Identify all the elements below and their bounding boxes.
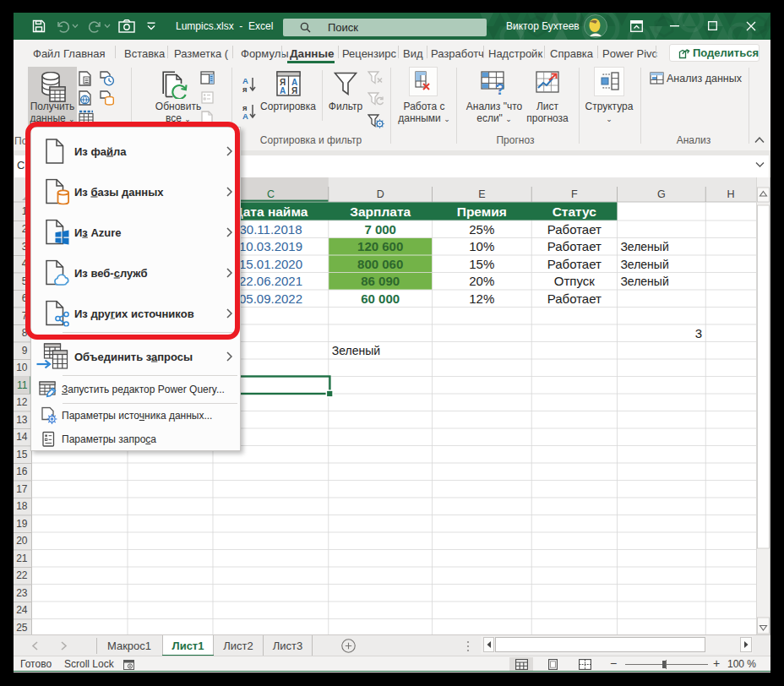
svg-text:Работает: Работает bbox=[547, 291, 602, 306]
svg-text:86 090: 86 090 bbox=[361, 274, 400, 288]
svg-text:А: А bbox=[242, 112, 248, 120]
svg-text:3: 3 bbox=[695, 326, 702, 340]
svg-text:?: ? bbox=[495, 80, 505, 96]
svg-text:22.06.2021: 22.06.2021 bbox=[239, 274, 302, 288]
svg-text:Зеленый: Зеленый bbox=[332, 344, 380, 357]
svg-text:Зеленый: Зеленый bbox=[620, 240, 668, 253]
svg-text:Работает: Работает bbox=[547, 239, 602, 253]
svg-text:12: 12 bbox=[16, 396, 28, 408]
svg-text:H: H bbox=[727, 188, 735, 200]
svg-text:Дата найма: Дата найма bbox=[234, 204, 308, 219]
svg-text:Статус: Статус bbox=[553, 204, 597, 219]
svg-text:9: 9 bbox=[22, 345, 28, 357]
svg-text:12%: 12% bbox=[469, 291, 494, 306]
svg-text:13: 13 bbox=[16, 414, 28, 426]
svg-text:А: А bbox=[280, 86, 286, 95]
svg-text:Я: Я bbox=[280, 78, 286, 87]
svg-text:Премия: Премия bbox=[457, 204, 507, 219]
svg-text:Отпуск: Отпуск bbox=[554, 274, 595, 288]
svg-text:16: 16 bbox=[16, 466, 28, 477]
svg-text:25%: 25% bbox=[469, 222, 494, 237]
svg-text:11: 11 bbox=[17, 379, 28, 391]
svg-text:18: 18 bbox=[16, 500, 28, 512]
svg-text:800 060: 800 060 bbox=[357, 257, 403, 271]
svg-text:21: 21 bbox=[16, 553, 28, 564]
svg-text:14: 14 bbox=[16, 431, 28, 443]
svg-text:60 000: 60 000 bbox=[361, 291, 400, 306]
svg-text:Работает: Работает bbox=[547, 222, 602, 237]
svg-text:7 000: 7 000 bbox=[364, 222, 396, 237]
svg-text:Зеленый: Зеленый bbox=[620, 258, 668, 271]
svg-text:20%: 20% bbox=[469, 274, 494, 288]
svg-text:я: я bbox=[242, 84, 248, 93]
svg-text:20: 20 bbox=[16, 535, 28, 547]
svg-text:Зарплата: Зарплата bbox=[350, 204, 411, 219]
svg-text:D: D bbox=[377, 188, 384, 200]
svg-text:23: 23 bbox=[16, 587, 28, 599]
svg-text:15%: 15% bbox=[469, 257, 494, 271]
svg-text:10%: 10% bbox=[469, 239, 494, 253]
svg-text:24: 24 bbox=[16, 604, 28, 616]
svg-text:А: А bbox=[291, 78, 297, 87]
svg-text:C: C bbox=[267, 188, 275, 200]
svg-text:G: G bbox=[657, 188, 666, 200]
svg-text:15.01.2020: 15.01.2020 bbox=[239, 257, 302, 271]
svg-text:17: 17 bbox=[16, 483, 28, 495]
svg-text:Я: Я bbox=[291, 86, 297, 95]
svg-text:10.03.2019: 10.03.2019 bbox=[239, 239, 302, 253]
svg-text:Зеленый: Зеленый bbox=[620, 275, 668, 288]
svg-text:15: 15 bbox=[16, 449, 28, 460]
svg-text:25: 25 bbox=[16, 622, 28, 634]
svg-text:E: E bbox=[478, 188, 485, 200]
svg-text:22: 22 bbox=[16, 569, 28, 581]
svg-text:30.11.2018: 30.11.2018 bbox=[240, 222, 302, 237]
svg-text:05.09.2022: 05.09.2022 bbox=[239, 291, 302, 306]
svg-text:Работает: Работает bbox=[547, 257, 602, 271]
svg-text:10: 10 bbox=[16, 362, 28, 373]
svg-text:19: 19 bbox=[16, 518, 28, 530]
svg-text:120 600: 120 600 bbox=[357, 239, 403, 253]
svg-text:F: F bbox=[571, 188, 578, 200]
